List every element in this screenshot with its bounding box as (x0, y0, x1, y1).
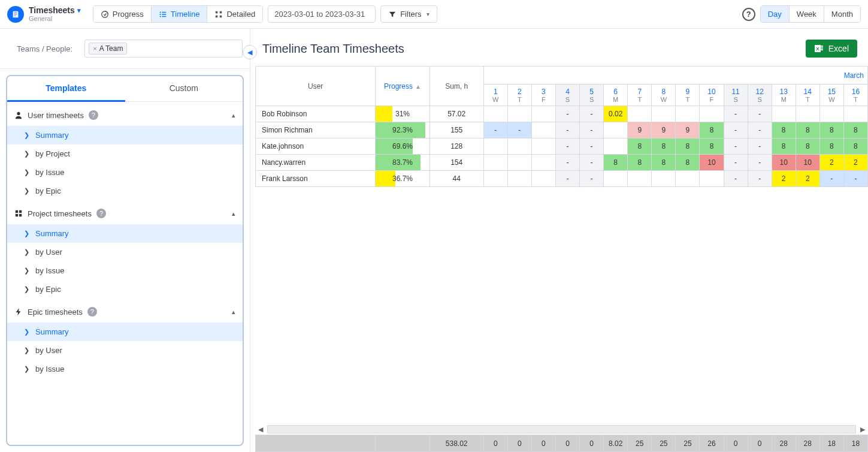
tab-custom[interactable]: Custom (125, 76, 243, 102)
day-cell[interactable] (531, 122, 555, 138)
day-cell[interactable] (652, 171, 676, 187)
day-cell[interactable]: 2 (796, 171, 819, 187)
template-item[interactable]: ❯Summary (7, 126, 243, 144)
template-item[interactable]: ❯Summary (7, 224, 243, 243)
day-cell[interactable]: 0.02 (604, 106, 628, 122)
day-cell[interactable] (531, 138, 555, 155)
scroll-left-icon[interactable]: ◀ (255, 426, 266, 433)
day-cell[interactable]: 8 (796, 138, 819, 155)
day-cell[interactable]: - (724, 155, 748, 171)
day-cell[interactable]: 8 (676, 138, 700, 155)
filter-chip[interactable]: × A Team (89, 43, 127, 55)
day-cell[interactable]: 2 (772, 171, 796, 187)
day-cell[interactable]: - (555, 122, 579, 138)
day-cell[interactable]: - (748, 155, 772, 171)
day-cell[interactable] (483, 138, 507, 155)
view-detailed[interactable]: Detailed (207, 6, 262, 22)
user-cell[interactable]: Kate.johnson (256, 138, 376, 155)
day-cell[interactable]: 9 (652, 122, 676, 138)
user-cell[interactable]: Simon Richman (256, 122, 376, 138)
day-cell[interactable] (531, 171, 555, 187)
day-cell[interactable]: 2 (819, 155, 843, 171)
help-icon[interactable]: ? (96, 209, 106, 218)
day-cell[interactable]: - (555, 155, 579, 171)
day-cell[interactable] (483, 106, 507, 122)
day-cell[interactable] (604, 122, 628, 138)
day-cell[interactable]: 10 (772, 155, 796, 171)
template-item[interactable]: ❯by Issue (7, 261, 243, 280)
day-cell[interactable]: 10 (796, 155, 819, 171)
teams-people-input[interactable]: × A Team (84, 40, 243, 58)
day-cell[interactable] (843, 106, 867, 122)
timeline-grid[interactable]: UserProgress▲Sum, hMarch1W2T3F4S5S6M7T8W… (255, 66, 868, 452)
day-header[interactable]: 14T (796, 85, 819, 106)
day-cell[interactable]: 8 (628, 155, 652, 171)
day-cell[interactable]: 9 (676, 122, 700, 138)
day-cell[interactable]: - (580, 155, 604, 171)
day-cell[interactable]: 8 (652, 138, 676, 155)
day-cell[interactable]: - (748, 171, 772, 187)
day-cell[interactable] (531, 106, 555, 122)
day-cell[interactable] (507, 106, 531, 122)
filters-button[interactable]: Filters ▾ (380, 5, 437, 23)
day-cell[interactable] (819, 106, 843, 122)
day-cell[interactable]: 8 (819, 122, 843, 138)
day-cell[interactable]: 8 (772, 122, 796, 138)
day-cell[interactable] (604, 171, 628, 187)
template-item[interactable]: ❯by Issue (7, 360, 243, 378)
day-cell[interactable]: - (555, 138, 579, 155)
day-header[interactable]: 16T (843, 85, 867, 106)
day-cell[interactable] (628, 106, 652, 122)
day-header[interactable]: 1W (483, 85, 507, 106)
day-header[interactable]: 7T (628, 85, 652, 106)
group-header[interactable]: User timesheets?▴ (7, 102, 243, 126)
granularity-day[interactable]: Day (761, 6, 789, 22)
day-cell[interactable] (796, 106, 819, 122)
day-cell[interactable]: - (580, 122, 604, 138)
day-cell[interactable]: - (748, 122, 772, 138)
col-user[interactable]: User (256, 67, 376, 106)
view-timeline[interactable]: Timeline (151, 6, 207, 22)
export-excel-button[interactable]: X Excel (806, 40, 857, 58)
day-cell[interactable]: - (580, 171, 604, 187)
day-cell[interactable] (628, 171, 652, 187)
granularity-week[interactable]: Week (789, 6, 824, 22)
day-cell[interactable]: 8 (843, 122, 867, 138)
day-cell[interactable]: - (724, 106, 748, 122)
day-cell[interactable]: - (819, 171, 843, 187)
day-header[interactable]: 13M (772, 85, 796, 106)
day-cell[interactable]: 10 (700, 155, 724, 171)
help-icon[interactable]: ? (89, 110, 98, 120)
template-item[interactable]: ❯by Project (7, 144, 243, 163)
day-header[interactable]: 6M (604, 85, 628, 106)
brand[interactable]: Timesheets ▾ General (7, 6, 81, 23)
day-cell[interactable]: 8 (676, 155, 700, 171)
day-cell[interactable]: - (507, 122, 531, 138)
day-cell[interactable]: 8 (652, 155, 676, 171)
day-cell[interactable]: - (748, 106, 772, 122)
day-cell[interactable]: 8 (604, 155, 628, 171)
col-progress[interactable]: Progress▲ (376, 67, 430, 106)
user-cell[interactable]: Nancy.warren (256, 155, 376, 171)
day-cell[interactable] (507, 138, 531, 155)
day-cell[interactable] (700, 106, 724, 122)
day-cell[interactable]: - (555, 171, 579, 187)
tab-templates[interactable]: Templates (7, 76, 125, 102)
date-range-input[interactable] (268, 5, 376, 23)
day-cell[interactable]: 8 (700, 138, 724, 155)
scroll-right-icon[interactable]: ▶ (857, 426, 868, 433)
template-item[interactable]: ❯Summary (7, 323, 243, 341)
day-cell[interactable]: 8 (772, 138, 796, 155)
day-header[interactable]: 10F (700, 85, 724, 106)
day-cell[interactable]: 8 (819, 138, 843, 155)
day-cell[interactable]: - (580, 138, 604, 155)
day-cell[interactable]: - (580, 106, 604, 122)
day-header[interactable]: 4S (555, 85, 579, 106)
day-cell[interactable] (507, 171, 531, 187)
help-icon[interactable]: ? (742, 8, 755, 21)
day-cell[interactable] (676, 106, 700, 122)
day-cell[interactable] (604, 138, 628, 155)
day-header[interactable]: 15W (819, 85, 843, 106)
day-cell[interactable]: 8 (843, 138, 867, 155)
day-cell[interactable]: - (724, 138, 748, 155)
